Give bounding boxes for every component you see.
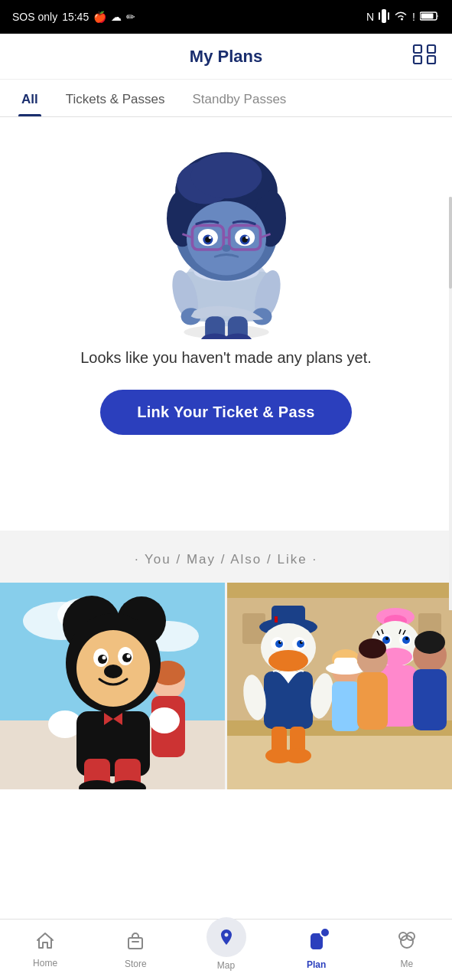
svg-point-67 [149,707,180,733]
svg-rect-124 [128,938,142,949]
nav-plan[interactable]: Plan [272,929,362,970]
nav-store[interactable]: Store [90,930,180,969]
svg-point-61 [98,655,107,664]
emoji-icon: 🍎 [93,11,106,23]
also-like-title: · You / May / Also / Like · [135,552,317,567]
map-pin-icon [217,928,236,946]
nfc-icon: N [366,11,374,23]
status-bar: SOS only 15:45 🍎 ☁ ✏ N ! [0,0,452,34]
me-icon [397,930,417,956]
store-icon [125,930,145,956]
svg-rect-1 [379,12,380,20]
svg-rect-7 [414,56,421,64]
vibrate-icon [379,9,389,25]
scan-icon[interactable] [412,44,437,70]
home-label: Home [33,958,57,969]
svg-point-37 [246,236,249,239]
map-label: Map [217,960,235,971]
svg-rect-120 [334,658,357,670]
also-like-images [0,583,452,789]
character-illustration [127,140,326,339]
store-label: Store [125,959,147,969]
svg-rect-8 [428,56,435,64]
cloud-icon: ☁ [111,11,122,23]
svg-point-122 [359,639,386,658]
battery-icon [420,11,440,24]
svg-point-94 [301,641,303,642]
svg-rect-5 [414,45,421,53]
empty-state-section: Looks like you haven't made any plans ye… [0,117,452,531]
svg-point-23 [190,153,262,198]
map-circle [206,917,246,957]
also-like-image-donald-family[interactable] [227,583,452,789]
svg-point-86 [268,650,308,671]
page-title: My Plans [190,47,262,67]
empty-message: Looks like you haven't made any plans ye… [80,347,372,368]
svg-rect-118 [332,681,359,731]
status-right: N ! [366,9,440,25]
also-like-section: · You / May / Also / Like · [0,531,452,789]
link-ticket-pass-button[interactable]: Link Your Ticket & Pass [100,390,352,435]
edit-icon: ✏ [126,11,135,23]
plan-label: Plan [307,959,326,970]
svg-point-38 [222,245,230,252]
svg-point-101 [284,748,311,763]
svg-point-125 [320,928,330,937]
status-time: 15:45 [62,11,89,23]
svg-point-64 [127,655,131,658]
plan-badge-icon [320,927,330,938]
nav-home[interactable]: Home [0,931,90,969]
wifi-icon [394,11,408,24]
plan-icon [306,929,327,956]
bottom-nav: Home Store Map Pla [0,919,452,980]
svg-point-114 [415,631,445,654]
header: My Plans [0,34,452,80]
donald-family-svg [227,583,452,789]
svg-rect-115 [413,669,447,730]
svg-point-93 [280,641,281,642]
svg-rect-123 [357,672,388,730]
svg-point-110 [385,637,389,640]
home-icon [35,931,55,955]
svg-point-65 [104,665,122,678]
mickey-image-svg [0,583,225,789]
svg-point-63 [102,656,106,660]
svg-rect-0 [382,9,386,23]
svg-rect-6 [428,45,435,53]
svg-rect-81 [227,736,452,789]
status-left: SOS only 15:45 🍎 ☁ ✏ [12,11,135,23]
tab-all[interactable]: All [8,80,52,116]
bottom-nav-spacer [0,789,452,851]
nav-me[interactable]: Me [362,930,452,969]
also-like-header: · You / May / Also / Like · [0,552,452,567]
sos-text: SOS only [12,11,57,23]
nav-map[interactable]: Map [180,929,271,971]
main-scroll-area: Looks like you haven't made any plans ye… [0,117,452,789]
tab-bar: All Tickets & Passes Standby Passes [0,80,452,117]
svg-point-111 [405,637,408,640]
tab-standby-passes[interactable]: Standby Passes [178,80,300,116]
svg-rect-4 [421,13,434,18]
svg-point-62 [122,653,132,662]
also-like-image-mickey[interactable] [0,583,225,789]
svg-rect-2 [388,12,389,20]
me-label: Me [401,959,414,969]
battery-exclaim-icon: ! [412,11,415,23]
svg-rect-84 [275,616,278,622]
svg-point-36 [208,236,211,239]
sadness-character-svg [127,140,326,339]
scroll-thumb [449,197,452,289]
scrollbar [449,197,452,610]
tab-tickets-passes[interactable]: Tickets & Passes [52,80,179,116]
